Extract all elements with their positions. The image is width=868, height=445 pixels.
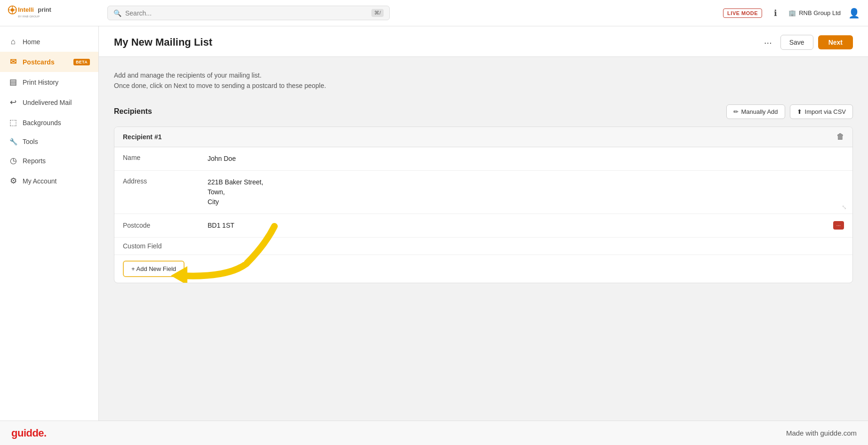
resize-icon[interactable]: ⤡ — [842, 204, 847, 211]
import-csv-button[interactable]: ⬆ Import via CSV — [790, 104, 853, 119]
guidde-logo: guidde. — [11, 427, 47, 439]
undelivered-mail-icon: ↩ — [8, 97, 18, 107]
sidebar-item-tools[interactable]: 🔧 Tools — [0, 133, 98, 151]
name-label: Name — [123, 154, 208, 164]
guidde-made-with: Made with guidde.com — [786, 429, 857, 437]
recipients-title: Recipients — [114, 107, 152, 116]
postcode-value: BD1 1ST — [208, 221, 833, 230]
tools-icon: 🔧 — [8, 138, 18, 145]
sidebar-item-reports[interactable]: ◷ Reports — [0, 151, 98, 171]
description-line2: Once done, click on Next to move to send… — [114, 80, 853, 91]
sidebar-label-my-account: My Account — [23, 177, 90, 185]
custom-field-label: Custom Field — [123, 242, 208, 250]
search-shortcut: ⌘/ — [371, 9, 384, 17]
add-new-field-button[interactable]: + Add New Field — [123, 261, 185, 277]
print-history-icon: ▤ — [8, 77, 18, 87]
sidebar-item-backgrounds[interactable]: ⬚ Backgrounds — [0, 112, 98, 133]
info-icon[interactable]: ℹ — [769, 7, 782, 20]
recipient-field-address: Address 221B Baker Street,Town,City ⤡ — [114, 171, 852, 214]
svg-text:BY RNB GROUP: BY RNB GROUP — [18, 15, 40, 17]
recipient-field-name: Name John Doe — [114, 147, 852, 171]
page-title: My New Mailing List — [114, 36, 212, 48]
logo: Intelli print BY RNB GROUP — [8, 5, 73, 22]
sidebar-label-home: Home — [23, 38, 90, 46]
sidebar-label-undelivered-mail: Undelivered Mail — [23, 99, 90, 106]
svg-text:Intelli: Intelli — [18, 6, 34, 13]
postcards-icon: ✉ — [8, 57, 18, 67]
guidde-bar: guidde. Made with guidde.com — [0, 421, 868, 445]
page-description: Add and manage the recipients of your ma… — [114, 70, 853, 91]
reports-icon: ◷ — [8, 156, 18, 166]
main-layout: ⌂ Home ✉ Postcards BETA ▤ Print History … — [0, 26, 868, 421]
sidebar-item-home[interactable]: ⌂ Home — [0, 32, 98, 52]
company-name: RNB Group Ltd — [799, 9, 841, 16]
search-icon: 🔍 — [113, 9, 121, 17]
sidebar-item-postcards[interactable]: ✉ Postcards BETA — [0, 52, 98, 72]
topbar-right: LIVE MODE ℹ 🏢 RNB Group Ltd 👤 — [723, 7, 860, 20]
postcode-label: Postcode — [123, 222, 208, 229]
search-bar[interactable]: 🔍 ⌘/ — [107, 6, 390, 20]
postcode-actions: ··· — [833, 221, 844, 230]
svg-text:print: print — [38, 6, 51, 13]
building-icon: 🏢 — [788, 9, 796, 16]
sidebar-label-reports: Reports — [23, 157, 90, 165]
more-options-button[interactable]: ··· — [760, 35, 776, 50]
topbar: Intelli print BY RNB GROUP 🔍 ⌘/ LIVE MOD… — [0, 0, 868, 26]
recipient-field-postcode: Postcode BD1 1ST ··· — [114, 214, 852, 238]
live-mode-badge[interactable]: LIVE MODE — [723, 8, 762, 18]
company-selector[interactable]: 🏢 RNB Group Ltd — [788, 9, 841, 16]
manually-add-label: Manually Add — [741, 108, 778, 115]
pencil-icon: ✏ — [733, 108, 739, 115]
address-value: 221B Baker Street,Town,City — [208, 177, 844, 207]
home-icon: ⌂ — [8, 37, 18, 47]
sidebar-label-tools: Tools — [23, 138, 90, 145]
upload-icon: ⬆ — [797, 108, 802, 115]
add-field-container: + Add New Field — [114, 255, 193, 283]
sidebar-label-backgrounds: Backgrounds — [23, 119, 90, 127]
next-button[interactable]: Next — [818, 35, 853, 49]
page-header: My New Mailing List ··· Save Next — [99, 26, 868, 57]
manually-add-button[interactable]: ✏ Manually Add — [726, 104, 785, 119]
recipient-number: Recipient #1 — [123, 133, 161, 141]
beta-badge: BETA — [73, 59, 90, 65]
recipients-actions: ✏ Manually Add ⬆ Import via CSV — [726, 104, 853, 119]
name-value: John Doe — [208, 154, 844, 164]
address-label: Address — [123, 177, 208, 185]
sidebar-label-postcards: Postcards — [23, 58, 69, 66]
description-line1: Add and manage the recipients of your ma… — [114, 70, 853, 80]
sidebar-item-print-history[interactable]: ▤ Print History — [0, 72, 98, 92]
search-input[interactable] — [125, 9, 368, 17]
sidebar-label-print-history: Print History — [23, 79, 90, 86]
delete-recipient-icon[interactable]: 🗑 — [836, 133, 844, 141]
sidebar-item-my-account[interactable]: ⚙ My Account — [0, 171, 98, 191]
content-area: My New Mailing List ··· Save Next Add an… — [99, 26, 868, 421]
import-csv-label: Import via CSV — [805, 108, 846, 115]
recipient-card-wrapper: Recipient #1 🗑 Name John Doe Address 221… — [114, 127, 853, 283]
page-header-actions: ··· Save Next — [760, 35, 853, 50]
sidebar: ⌂ Home ✉ Postcards BETA ▤ Print History … — [0, 26, 99, 421]
custom-field-row: Custom Field — [114, 238, 852, 255]
user-icon[interactable]: 👤 — [847, 7, 860, 20]
guidde-logo-text: guidde. — [11, 427, 47, 439]
backgrounds-icon: ⬚ — [8, 118, 18, 127]
save-button[interactable]: Save — [780, 35, 813, 50]
sidebar-item-undelivered-mail[interactable]: ↩ Undelivered Mail — [0, 92, 98, 112]
recipient-card: Recipient #1 🗑 Name John Doe Address 221… — [114, 127, 853, 283]
postcode-dots-button[interactable]: ··· — [833, 221, 844, 230]
my-account-icon: ⚙ — [8, 176, 18, 186]
page-body: Add and manage the recipients of your ma… — [99, 57, 868, 296]
recipient-card-header: Recipient #1 🗑 — [114, 127, 852, 147]
recipients-header: Recipients ✏ Manually Add ⬆ Import via C… — [114, 104, 853, 119]
